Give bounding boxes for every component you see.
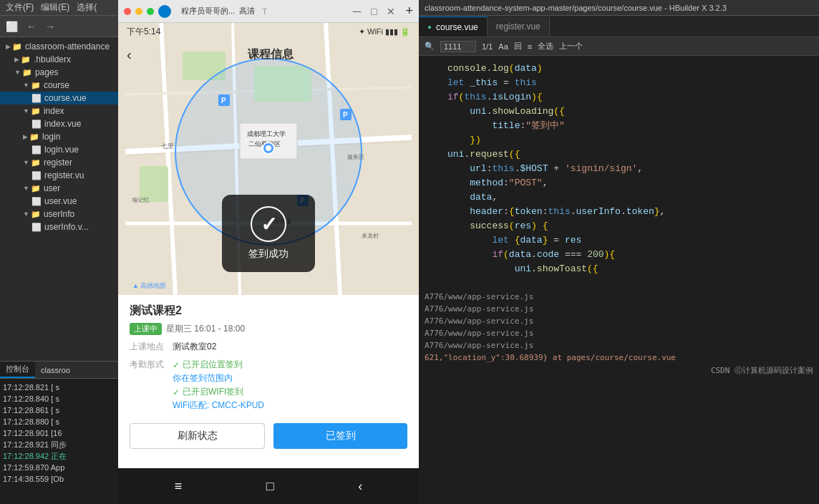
folder-icon: 📁	[21, 55, 31, 64]
status-bar: 下午5:14 ✦ WiFi ▮▮▮ 🔋	[118, 23, 419, 40]
map-area: 成都理工大学 二仙桥校区 P P P 七里 服务区 来龙村 沙堤高速 喻记忆	[118, 23, 419, 295]
tab-course-vue[interactable]: ● course.vue	[419, 16, 488, 37]
dot-yellow[interactable]	[135, 8, 142, 15]
maximize-icon[interactable]: □	[371, 6, 377, 17]
svg-text:成都理工大学: 成都理工大学	[247, 130, 286, 137]
chevron-icon: ▶	[23, 133, 28, 140]
tab-label-register: register.vue	[496, 21, 541, 32]
folder-icon: 📁	[31, 107, 41, 116]
close-icon[interactable]: ✕	[387, 6, 395, 17]
checkin-button[interactable]: 已签到	[273, 423, 407, 449]
menu-edit[interactable]: 编辑(E)	[38, 1, 72, 14]
tree-item-login[interactable]: ▶ 📁 login	[0, 130, 118, 143]
chrome-quality: 高清	[239, 6, 255, 16]
code-line: uni.showLoading({	[419, 105, 819, 119]
vue-file-icon: ⬜	[32, 94, 42, 103]
menu-file[interactable]: 文件(F)	[3, 1, 37, 14]
back-button[interactable]: ‹	[127, 47, 132, 63]
tab-classroom[interactable]: classroo	[35, 362, 76, 378]
svg-text:七里: 七里	[161, 142, 174, 150]
tree-item-userinfo[interactable]: ▼ 📁 userInfo	[0, 208, 118, 220]
code-line: method:"POST",	[419, 176, 819, 190]
nav-menu-button[interactable]: ≡	[175, 479, 183, 494]
toolbar-forward-icon[interactable]: →	[42, 19, 58, 34]
attendance-label: 考勤形式	[130, 359, 173, 371]
page-info: 1/1	[482, 42, 493, 51]
editor-path: classroom-attendance-system-app-master/p…	[425, 4, 727, 12]
folder-icon: 📁	[31, 184, 41, 193]
chrome-t-label: T	[262, 7, 267, 16]
status-tag: 上课中	[130, 323, 162, 335]
status-icons: ✦ WiFi ▮▮▮ 🔋	[359, 27, 410, 37]
line-number-input[interactable]	[440, 41, 476, 52]
console-panel: 控制台 classroo 17:12:28.821 [ s 17:12:28.8…	[0, 361, 118, 504]
code-line: console.log(data)	[419, 62, 819, 76]
checkmark-icon: ✓	[261, 213, 277, 236]
tree-item-user-vue[interactable]: ⬜ user.vue	[0, 195, 118, 208]
dot-red[interactable]	[124, 8, 131, 15]
vue-file-icon: ⬜	[32, 171, 42, 180]
tree-item-course[interactable]: ▼ 📁 course	[0, 79, 118, 92]
regex-icon: 回	[514, 41, 522, 52]
code-line: uni.request({	[419, 147, 819, 162]
tree-item-login-vue[interactable]: ⬜ login.vue	[0, 143, 118, 156]
find-icon: Aa	[498, 42, 508, 51]
code-line: data,	[419, 190, 819, 205]
tree-item-register[interactable]: ▼ 📁 register	[0, 156, 118, 169]
attendance-range-text: 你在签到范围内	[173, 372, 233, 384]
phone-nav: ≡ □ ‹	[118, 468, 419, 504]
prev-button[interactable]: 上一个	[559, 41, 583, 52]
console-line: 17:12:28.840 [ s	[3, 393, 115, 404]
toolbar-back-icon[interactable]: ←	[24, 19, 39, 34]
console-line: 17:12:28.861 [ s	[3, 404, 115, 416]
tree-item-hbuilderx[interactable]: ▶ 📁 .hbuilderx	[0, 53, 118, 66]
vue-dot-icon: ●	[427, 23, 432, 31]
select-all-button[interactable]: 全选	[538, 41, 553, 52]
chevron-down-icon: ▼	[23, 107, 29, 115]
chrome-bar: 程序员哥哥的... 高清 T ─ □ ✕ +	[118, 0, 419, 23]
tree-item-register-vue[interactable]: ⬜ register.vu	[0, 169, 118, 182]
code-line: let {data} = res	[419, 233, 819, 248]
battery-icon: 🔋	[400, 27, 410, 37]
tree-item-course-vue[interactable]: ⬜ course.vue	[0, 92, 118, 105]
nav-home-button[interactable]: □	[266, 479, 274, 494]
code-editor: classroom-attendance-system-app-master/p…	[419, 0, 819, 504]
bottom-log-location: 621,"location_y":30.68939} at pages/cour…	[419, 352, 819, 364]
minimize-icon[interactable]: ─	[353, 5, 361, 18]
tree-item-userinfo-vue[interactable]: ⬜ userInfo.v...	[0, 220, 118, 233]
toolbar-file-icon[interactable]: ⬜	[3, 19, 21, 34]
refresh-button[interactable]: 刷新状态	[130, 423, 265, 449]
console-line: 17:14:38.559 [Ob	[3, 473, 115, 485]
bluetooth-icon: ✦	[359, 27, 365, 37]
attendance-location-text: 已开启位置签到	[183, 359, 243, 371]
code-line: header:{token:this.userInfo.token},	[419, 205, 819, 219]
console-line-success: 17:12:28.942 正在	[3, 450, 115, 462]
tree-item-pages[interactable]: ▼ 📁 pages	[0, 66, 118, 79]
tab-register-vue[interactable]: register.vue	[488, 16, 550, 37]
location-value: 测试教室02	[173, 341, 216, 353]
svg-text:P: P	[343, 111, 348, 119]
editor-titlebar: classroom-attendance-system-app-master/p…	[419, 0, 819, 16]
code-area[interactable]: console.log(data) let _this = this if(th…	[419, 56, 819, 504]
tree-item-root[interactable]: ▶ 📁 classroom-attendance	[0, 40, 118, 53]
svg-text:▲ 高德地图: ▲ 高德地图	[132, 282, 166, 289]
tree-item-index-vue[interactable]: ⬜ index.vue	[0, 117, 118, 130]
file-toolbar: ⬜ ← →	[0, 16, 118, 37]
search-icon: 🔍	[425, 42, 435, 51]
vue-file-icon: ⬜	[32, 120, 42, 129]
nav-back-button[interactable]: ‹	[358, 479, 362, 494]
folder-icon: 📁	[29, 132, 39, 142]
tree-item-user[interactable]: ▼ 📁 user	[0, 182, 118, 195]
tree-item-index[interactable]: ▼ 📁 index	[0, 105, 118, 117]
editor-toolbar: 🔍 1/1 Aa 回 ≡ 全选 上一个	[419, 37, 819, 56]
phone-screen: 成都理工大学 二仙桥校区 P P P 七里 服务区 来龙村 沙堤高速 喻记忆	[118, 23, 419, 468]
status-time: 下午5:14	[127, 26, 160, 38]
add-tab-icon[interactable]: +	[405, 4, 413, 19]
dot-green[interactable]	[147, 8, 154, 15]
code-line: if(this.isLogin){	[419, 90, 819, 105]
tab-console[interactable]: 控制台	[0, 362, 35, 378]
chevron-icon: ▶	[14, 56, 19, 63]
menu-select[interactable]: 选择(	[74, 1, 100, 14]
app-header: ‹ 课程信息	[118, 40, 419, 69]
chevron-down-icon: ▼	[23, 159, 29, 166]
